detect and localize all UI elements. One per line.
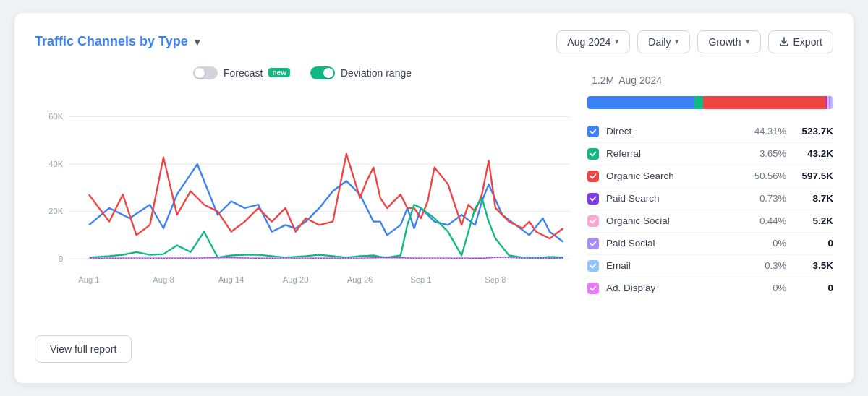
- forecast-badge: new: [268, 68, 289, 77]
- channel-pct: 0.73%: [743, 193, 786, 204]
- channel-name: Organic Search: [606, 171, 743, 181]
- right-panel: 1.2MAug 2024 Direct44.31%523.7KReferral3…: [587, 66, 833, 363]
- channel-checkbox[interactable]: [587, 193, 599, 205]
- channel-list: Direct44.31%523.7KReferral3.65%43.2KOrga…: [587, 121, 833, 299]
- channel-value: 0: [786, 238, 833, 249]
- svg-text:40K: 40K: [48, 160, 63, 168]
- metric-label: Growth: [708, 36, 741, 48]
- svg-text:Aug 8: Aug 8: [153, 275, 174, 284]
- channel-row: Ad. Display0%0: [587, 277, 833, 299]
- svg-text:Aug 14: Aug 14: [218, 275, 244, 284]
- channel-name: Paid Social: [606, 238, 743, 249]
- metric-button[interactable]: Growth ▾: [697, 30, 760, 53]
- channel-pct: 50.56%: [743, 171, 786, 181]
- channel-name: Referral: [606, 148, 743, 159]
- chart-area: Forecast new Deviation range: [35, 66, 570, 363]
- date-chevron-icon: ▾: [615, 37, 619, 46]
- svg-text:60K: 60K: [48, 112, 63, 121]
- export-label: Export: [793, 36, 822, 48]
- channel-checkbox[interactable]: [587, 215, 599, 227]
- channel-row: Email0.3%3.5K: [587, 255, 833, 277]
- channel-checkbox[interactable]: [587, 148, 599, 160]
- channel-pct: 0.44%: [743, 215, 786, 226]
- channel-name: Email: [606, 260, 743, 271]
- forecast-legend-item: Forecast new: [193, 66, 290, 79]
- date-picker-button[interactable]: Aug 2024 ▾: [556, 30, 630, 53]
- view-report-label: View full report: [50, 343, 116, 355]
- channel-row: Paid Social0%0: [587, 233, 833, 255]
- channel-checkbox[interactable]: [587, 171, 599, 182]
- channel-name: Ad. Display: [606, 283, 743, 293]
- channel-row: Organic Search50.56%597.5K: [587, 165, 833, 188]
- view-report-button[interactable]: View full report: [35, 335, 132, 363]
- deviation-legend-item: Deviation range: [310, 66, 412, 79]
- channel-value: 523.7K: [786, 126, 833, 137]
- title-chevron-icon[interactable]: ▾: [195, 36, 200, 48]
- deviation-toggle[interactable]: [310, 66, 335, 79]
- svg-text:0: 0: [59, 254, 63, 263]
- channel-pct: 44.31%: [743, 126, 786, 137]
- export-icon: [779, 37, 789, 47]
- channel-pct: 0%: [743, 238, 786, 249]
- main-content: Forecast new Deviation range: [35, 66, 833, 363]
- interval-button[interactable]: Daily ▾: [637, 30, 690, 53]
- channel-value: 0: [786, 283, 833, 293]
- channel-checkbox[interactable]: [587, 126, 599, 137]
- svg-text:Sep 8: Sep 8: [485, 275, 506, 284]
- channel-row: Direct44.31%523.7K: [587, 121, 833, 143]
- header-controls: Aug 2024 ▾ Daily ▾ Growth ▾ Export: [556, 30, 833, 53]
- forecast-toggle-thumb: [195, 68, 205, 78]
- traffic-channels-card: Traffic Channels by Type ▾ Aug 2024 ▾ Da…: [14, 13, 854, 383]
- channel-value: 43.2K: [786, 148, 833, 159]
- channel-name: Direct: [606, 126, 743, 137]
- deviation-label: Deviation range: [341, 67, 412, 79]
- channel-pct: 0%: [743, 283, 786, 293]
- svg-text:20K: 20K: [48, 207, 63, 215]
- forecast-label: Forecast: [224, 67, 263, 79]
- svg-text:Aug 1: Aug 1: [78, 275, 99, 284]
- card-header: Traffic Channels by Type ▾ Aug 2024 ▾ Da…: [35, 30, 833, 53]
- interval-label: Daily: [648, 36, 671, 48]
- channel-value: 3.5K: [786, 260, 833, 271]
- date-label: Aug 2024: [567, 36, 610, 48]
- channel-checkbox[interactable]: [587, 283, 599, 294]
- channel-row: Organic Social0.44%5.2K: [587, 210, 833, 233]
- channel-checkbox[interactable]: [587, 238, 599, 249]
- forecast-toggle[interactable]: [193, 66, 218, 79]
- svg-text:Aug 20: Aug 20: [283, 275, 309, 284]
- channel-pct: 0.3%: [743, 260, 786, 271]
- svg-text:Sep 1: Sep 1: [410, 275, 431, 284]
- title-type[interactable]: Type: [158, 34, 188, 48]
- deviation-toggle-thumb: [323, 68, 333, 78]
- export-button[interactable]: Export: [768, 30, 833, 53]
- chart-legend: Forecast new Deviation range: [35, 66, 570, 79]
- channel-checkbox[interactable]: [587, 260, 599, 272]
- svg-text:Aug 26: Aug 26: [347, 275, 373, 284]
- interval-chevron-icon: ▾: [675, 37, 679, 46]
- chart-container: 60K 40K 20K 0 Aug 1 Aug 8 Aug 14 Aug 20 …: [35, 90, 570, 322]
- title-prefix: Traffic Channels by: [35, 34, 158, 48]
- channel-pct: 3.65%: [743, 148, 786, 159]
- channel-name: Organic Social: [606, 215, 743, 226]
- card-title: Traffic Channels by Type ▾: [35, 34, 200, 49]
- channel-value: 597.5K: [786, 171, 833, 181]
- stacked-bar: [587, 96, 833, 109]
- channel-name: Paid Search: [606, 193, 743, 204]
- channel-value: 5.2K: [786, 215, 833, 226]
- channel-value: 8.7K: [786, 193, 833, 204]
- total-summary: 1.2MAug 2024: [587, 66, 833, 89]
- channel-row: Referral3.65%43.2K: [587, 143, 833, 165]
- metric-chevron-icon: ▾: [746, 37, 750, 46]
- total-value: 1.2MAug 2024: [587, 66, 662, 88]
- line-chart: 60K 40K 20K 0 Aug 1 Aug 8 Aug 14 Aug 20 …: [35, 90, 570, 319]
- channel-row: Paid Search0.73%8.7K: [587, 188, 833, 210]
